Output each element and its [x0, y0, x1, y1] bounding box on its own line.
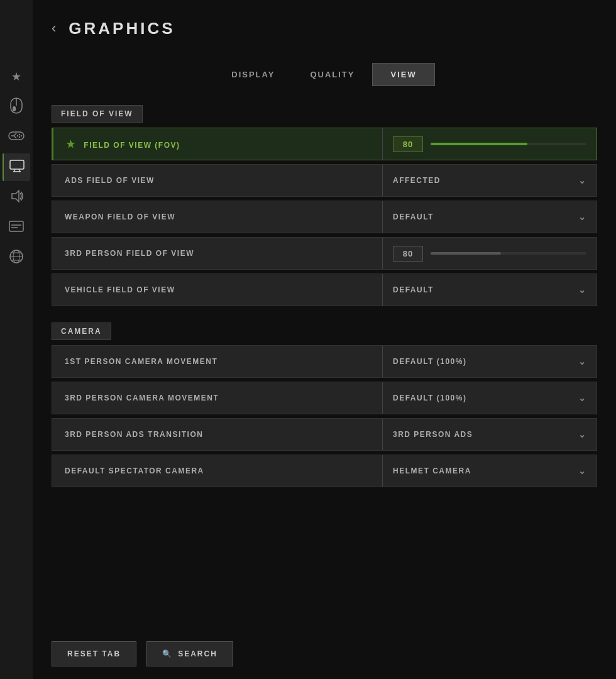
- 3rd-person-fov-fill: [431, 252, 501, 255]
- 3rd-person-fov-label: 3RD PERSON FIELD OF VIEW: [52, 249, 382, 258]
- fov-star-icon: ★: [66, 139, 76, 150]
- sidebar-item-mouse[interactable]: [3, 93, 30, 121]
- subtitles-icon: [9, 221, 24, 235]
- svg-rect-11: [10, 160, 24, 169]
- weapon-fov-label: WEAPON FIELD OF VIEW: [52, 213, 382, 221]
- tabs-row: DISPLAY QUALITY VIEW: [33, 57, 616, 99]
- svg-line-5: [14, 136, 16, 138]
- svg-rect-16: [9, 221, 23, 231]
- spectator-camera-chevron: ⌄: [578, 466, 587, 476]
- svg-point-8: [21, 135, 22, 136]
- weapon-fov-chevron: ⌄: [578, 212, 587, 222]
- spectator-camera-dropdown[interactable]: HELMET CAMERA ⌄: [393, 466, 586, 476]
- reset-tab-button[interactable]: RESET TAB: [52, 641, 136, 666]
- 3rd-person-fov-number[interactable]: 80: [393, 246, 423, 262]
- setting-spectator-camera[interactable]: DEFAULT SPECTATOR CAMERA HELMET CAMERA ⌄: [52, 455, 597, 487]
- sidebar-item-network[interactable]: [3, 244, 30, 272]
- 3rd-person-camera-dropdown[interactable]: DEFAULT (100%) ⌄: [393, 393, 586, 403]
- 1st-person-camera-dropdown[interactable]: DEFAULT (100%) ⌄: [393, 356, 586, 367]
- spectator-camera-text: HELMET CAMERA: [393, 466, 471, 475]
- 1st-person-camera-value: DEFAULT (100%) ⌄: [383, 356, 597, 367]
- sidebar-item-audio[interactable]: [3, 184, 30, 211]
- back-button[interactable]: ‹: [52, 20, 56, 36]
- 1st-person-camera-label: 1ST PERSON CAMERA MOVEMENT: [52, 357, 382, 366]
- ads-fov-label: ADS FIELD OF VIEW: [52, 176, 382, 185]
- gamepad-icon: [8, 130, 25, 145]
- setting-fov[interactable]: ★ FIELD OF VIEW (FOV) 80: [52, 128, 597, 160]
- section-camera: CAMERA: [52, 323, 111, 340]
- ads-transition-dropdown[interactable]: 3RD PERSON ADS ⌄: [393, 429, 586, 439]
- footer: RESET TAB 🔍 SEARCH: [33, 629, 616, 679]
- ads-fov-chevron: ⌄: [578, 175, 587, 185]
- vehicle-fov-label: VEHICLE FIELD OF VIEW: [52, 285, 382, 294]
- sidebar: ★: [0, 0, 33, 679]
- network-icon: [9, 250, 23, 267]
- ads-transition-chevron: ⌄: [578, 429, 587, 439]
- setting-3rd-person-fov[interactable]: 3RD PERSON FIELD OF VIEW 80: [52, 237, 597, 270]
- svg-point-10: [19, 136, 20, 137]
- sidebar-item-star[interactable]: ★: [3, 63, 30, 91]
- 3rd-person-fov-value: 80: [383, 246, 597, 262]
- setting-weapon-fov[interactable]: WEAPON FIELD OF VIEW DEFAULT ⌄: [52, 201, 597, 233]
- tab-view[interactable]: VIEW: [372, 63, 434, 86]
- setting-vehicle-fov[interactable]: VEHICLE FIELD OF VIEW DEFAULT ⌄: [52, 273, 597, 306]
- section-field-of-view: FIELD OF VIEW: [52, 105, 143, 123]
- fov-slider[interactable]: [431, 143, 586, 145]
- main-panel: ‹ GRAPHICS DISPLAY QUALITY VIEW FIELD OF…: [33, 0, 616, 679]
- fov-value: 80: [383, 136, 597, 152]
- setting-3rd-person-camera[interactable]: 3RD PERSON CAMERA MOVEMENT DEFAULT (100%…: [52, 382, 597, 414]
- sidebar-item-monitor[interactable]: [3, 153, 30, 181]
- 3rd-person-camera-chevron: ⌄: [578, 393, 587, 403]
- weapon-fov-value: DEFAULT ⌄: [383, 212, 597, 222]
- svg-point-7: [19, 133, 20, 135]
- 3rd-person-camera-label: 3RD PERSON CAMERA MOVEMENT: [52, 394, 382, 402]
- svg-point-9: [17, 135, 18, 136]
- spectator-camera-value: HELMET CAMERA ⌄: [383, 466, 597, 476]
- 3rd-person-camera-text: DEFAULT (100%): [393, 394, 466, 402]
- vehicle-fov-chevron: ⌄: [578, 285, 587, 295]
- mouse-icon: [10, 97, 23, 117]
- ads-transition-text: 3RD PERSON ADS: [393, 430, 473, 439]
- sidebar-item-subtitles[interactable]: [3, 214, 30, 241]
- setting-ads-transition[interactable]: 3RD PERSON ADS TRANSITION 3RD PERSON ADS…: [52, 418, 597, 451]
- vehicle-fov-dropdown[interactable]: DEFAULT ⌄: [393, 285, 586, 295]
- 3rd-person-fov-slider[interactable]: [431, 252, 586, 255]
- ads-fov-text: AFFECTED: [393, 176, 441, 185]
- ads-transition-label: 3RD PERSON ADS TRANSITION: [52, 430, 382, 439]
- header: ‹ GRAPHICS: [33, 0, 616, 57]
- setting-1st-person-camera[interactable]: 1ST PERSON CAMERA MOVEMENT DEFAULT (100%…: [52, 345, 597, 378]
- 3rd-person-camera-value: DEFAULT (100%) ⌄: [383, 393, 597, 403]
- 1st-person-camera-text: DEFAULT (100%): [393, 357, 466, 366]
- svg-marker-15: [12, 190, 19, 202]
- vehicle-fov-value: DEFAULT ⌄: [383, 285, 597, 295]
- page-title: GRAPHICS: [69, 19, 175, 38]
- tab-display[interactable]: DISPLAY: [214, 63, 292, 86]
- weapon-fov-dropdown[interactable]: DEFAULT ⌄: [393, 212, 586, 222]
- star-icon: ★: [11, 70, 21, 84]
- search-icon: 🔍: [162, 649, 173, 658]
- vehicle-fov-text: DEFAULT: [393, 285, 434, 294]
- content-area: FIELD OF VIEW ★ FIELD OF VIEW (FOV) 80 A…: [33, 99, 616, 629]
- weapon-fov-text: DEFAULT: [393, 213, 434, 221]
- audio-icon: [9, 189, 23, 206]
- search-label: SEARCH: [178, 649, 217, 658]
- fov-number[interactable]: 80: [393, 136, 423, 152]
- svg-line-4: [14, 133, 16, 136]
- ads-transition-value: 3RD PERSON ADS ⌄: [383, 429, 597, 439]
- spectator-camera-label: DEFAULT SPECTATOR CAMERA: [52, 466, 382, 475]
- sidebar-item-gamepad[interactable]: [3, 123, 30, 151]
- 1st-person-camera-chevron: ⌄: [578, 356, 587, 367]
- svg-rect-2: [13, 106, 16, 111]
- setting-ads-fov[interactable]: ADS FIELD OF VIEW AFFECTED ⌄: [52, 164, 597, 197]
- monitor-icon: [9, 160, 25, 175]
- search-button[interactable]: 🔍 SEARCH: [146, 641, 233, 666]
- ads-fov-value: AFFECTED ⌄: [383, 175, 597, 185]
- fov-slider-fill: [431, 143, 527, 145]
- fov-label: ★ FIELD OF VIEW (FOV): [53, 138, 382, 150]
- ads-fov-dropdown[interactable]: AFFECTED ⌄: [393, 175, 586, 185]
- tab-quality[interactable]: QUALITY: [292, 63, 372, 86]
